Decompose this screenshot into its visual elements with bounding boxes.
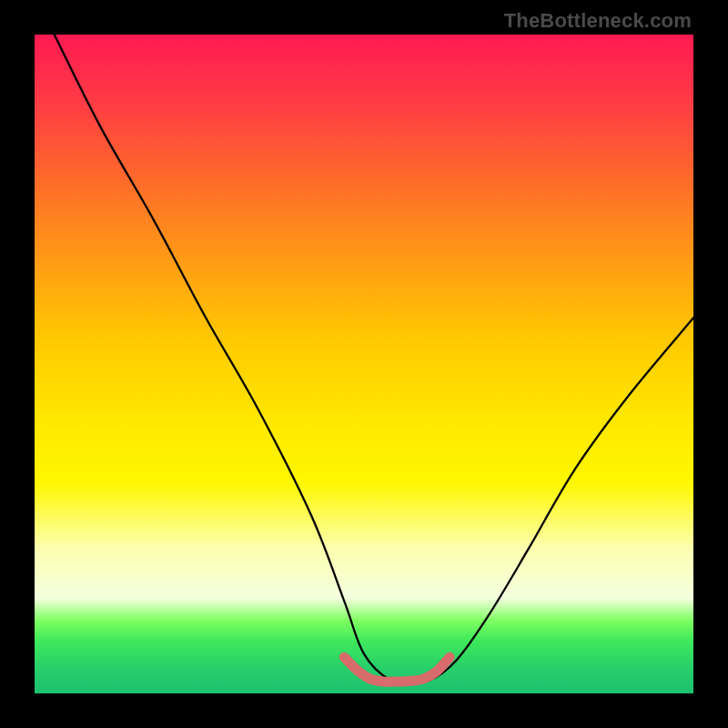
chart-svg [35,35,693,693]
chart-frame: TheBottleneck.com [0,0,728,728]
plot-area [35,35,693,693]
watermark-text: TheBottleneck.com [504,9,692,33]
bottleneck-curve [55,35,693,682]
optimal-zone-marker [344,657,450,682]
